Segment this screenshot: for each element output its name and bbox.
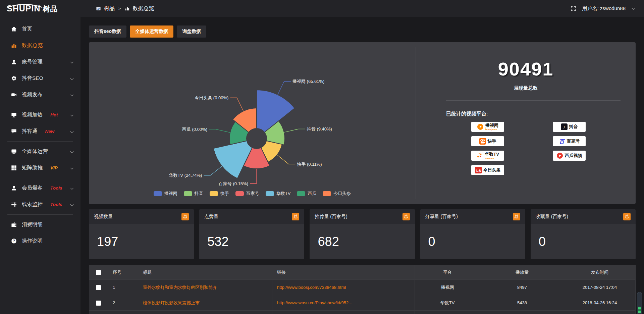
- summary-divider: [446, 100, 621, 101]
- sidebar-item-label: 矩阵助推: [22, 164, 43, 171]
- stat-card-title: 视频数量: [94, 214, 113, 220]
- sidebar-item-omnimedia-operation[interactable]: 全媒体运营: [0, 143, 80, 160]
- fullscreen-icon[interactable]: [571, 6, 576, 11]
- legend-label: 百家号: [246, 191, 259, 197]
- pie-label-line-4: [204, 166, 222, 175]
- sidebar-item-matrix-boost[interactable]: 矩阵助推VIP: [0, 160, 80, 176]
- overview-panel: 播视网 (65.61%)抖音 (9.40%)快手 (0.11%)百家号 (0.1…: [89, 42, 636, 204]
- tab-inquiry-data[interactable]: 询盘数据: [177, 25, 206, 38]
- legend-item-0[interactable]: 播视网: [154, 191, 177, 197]
- legend-item-6[interactable]: 今日头条: [323, 191, 351, 197]
- pie-label-line-3: [250, 169, 257, 184]
- legend-item-1[interactable]: 抖音: [184, 191, 203, 197]
- pie-label-line-0: [278, 82, 291, 95]
- platform-badge-douyin: ♪抖音: [553, 122, 586, 132]
- video-icon: [11, 92, 17, 98]
- question-icon: ?: [11, 238, 17, 244]
- col-header-title: 标题: [138, 265, 272, 280]
- cell-index: 2: [108, 295, 138, 311]
- pie-chart-section: 播视网 (65.61%)抖音 (9.40%)快手 (0.11%)百家号 (0.1…: [89, 42, 416, 204]
- total-badge[interactable]: 总: [292, 213, 299, 220]
- pie-label-2: 快手 (0.11%): [297, 162, 322, 167]
- total-impressions-value: 90491: [416, 60, 636, 78]
- page-scrollbar[interactable]: [637, 292, 642, 314]
- select-all-cell: [89, 265, 108, 280]
- toutiao-logo-icon: 头条: [475, 167, 482, 173]
- total-badge[interactable]: 总: [181, 213, 189, 220]
- cell-link[interactable]: http://www.boosj.com/7338468.html: [272, 280, 415, 295]
- sidebar-item-douketong[interactable]: 抖客通New: [0, 123, 80, 140]
- sidebar-item-label: 抖客通: [22, 128, 38, 135]
- legend-label: 播视网: [164, 191, 177, 197]
- legend-item-2[interactable]: 快手: [210, 191, 229, 197]
- pie-label-0: 播视网 (65.61%): [292, 79, 324, 84]
- col-header-index: 序号: [108, 265, 138, 280]
- breadcrumb-root[interactable]: 树品: [104, 5, 115, 12]
- svg-text:百: 百: [559, 139, 566, 144]
- stat-card-value: 197: [89, 224, 194, 259]
- legend-label: 抖音: [195, 191, 203, 197]
- sidebar-item-data-overview[interactable]: 数据总览: [0, 37, 80, 54]
- sidebar-badge-new: New: [45, 129, 55, 134]
- tab-bar: 抖音seo数据全媒体运营数据询盘数据: [89, 25, 636, 38]
- sidebar-item-lead-monitoring[interactable]: 线索监控Tools: [0, 196, 80, 213]
- pie-slice-4[interactable]: [213, 141, 252, 178]
- total-badge[interactable]: 总: [513, 213, 520, 220]
- username-label[interactable]: 用户名: zswodun88: [582, 5, 626, 12]
- sidebar-item-douyin-seo[interactable]: 抖音SEO: [0, 70, 80, 87]
- svg-text:♪: ♪: [563, 124, 565, 129]
- table-row: 1室外水纹灯和室内水纹灯的区别和简介http://www.boosj.com/7…: [89, 280, 636, 295]
- cell-title[interactable]: 室外水纹灯和室内水纹灯的区别和简介: [138, 280, 272, 295]
- legend-label: 今日头条: [333, 191, 351, 197]
- topbar: SHUPIN 树品 树品 > 数据总览 用户名: zswodun88: [0, 0, 644, 17]
- sidebar-item-account-management[interactable]: 账号管理: [0, 54, 80, 70]
- pie-label-4: 华数TV (24.74%): [169, 173, 202, 178]
- cell-platform: 播视网: [415, 280, 480, 295]
- stat-card-header: 视频数量总: [89, 209, 194, 224]
- sidebar-item-operation-guide[interactable]: ?操作说明: [0, 233, 80, 249]
- stat-card-like-count: 点赞量总532: [199, 209, 304, 259]
- sidebar-item-member-marketing[interactable]: 会员爆客Tools: [0, 180, 80, 196]
- sidebar-item-video-publish[interactable]: 视频发布: [0, 87, 80, 103]
- platform-badge-baijiahao: 百百家号: [553, 136, 586, 146]
- legend-swatch: [323, 191, 331, 196]
- cell-plays: 8497: [480, 280, 564, 295]
- col-header-plays: 播放量: [480, 265, 564, 280]
- cell-title[interactable]: 楼体投影灯投影效果震撼上市: [138, 295, 272, 311]
- boosj-logo-icon: [477, 123, 484, 130]
- videos-table: 序号标题链接平台播放量发布时间1室外水纹灯和室内水纹灯的区别和简介http://…: [89, 265, 636, 314]
- platform-name: 快手: [488, 139, 496, 144]
- legend-swatch: [297, 191, 305, 196]
- cell-plays: 5438: [480, 295, 564, 311]
- total-badge[interactable]: 总: [623, 213, 631, 220]
- legend-swatch: [154, 191, 162, 196]
- legend-label: 快手: [220, 191, 229, 197]
- chat-icon: [11, 128, 17, 134]
- chevron-down-icon: [70, 187, 74, 190]
- legend-item-5[interactable]: 西瓜: [297, 191, 316, 197]
- sidebar-item-home[interactable]: 首页: [0, 21, 80, 37]
- pie-label-line-5: [209, 129, 230, 133]
- row-checkbox[interactable]: [96, 285, 101, 290]
- stat-card-video-count: 视频数量总197: [89, 209, 194, 259]
- legend-item-4[interactable]: 华数TV: [266, 191, 291, 197]
- sidebar-item-label: 视频加热: [22, 111, 43, 118]
- sidebar-item-video-heating[interactable]: 视频加热Hot: [0, 107, 80, 123]
- chevron-down-icon: [70, 113, 74, 117]
- platform-badge-wasu: 华数TVwasu.cn: [471, 151, 504, 161]
- wallet-icon: [11, 222, 17, 227]
- sidebar-item-consumption-details[interactable]: 消费明细: [0, 216, 80, 233]
- scrollbar-thumb[interactable]: [638, 307, 641, 313]
- col-header-published: 发布时间: [564, 265, 636, 280]
- tab-omnimedia-operation-data[interactable]: 全媒体运营数据: [130, 25, 173, 38]
- stat-card-value: 0: [420, 224, 525, 259]
- total-badge[interactable]: 总: [402, 213, 410, 220]
- col-header-platform: 平台: [415, 265, 480, 280]
- select-all-checkbox[interactable]: [96, 270, 101, 275]
- tab-douyin-seo-data[interactable]: 抖音seo数据: [89, 25, 126, 38]
- chevron-down-icon[interactable]: [632, 6, 635, 10]
- legend-item-3[interactable]: 百家号: [235, 191, 259, 197]
- cell-platform: 华数TV: [415, 295, 480, 311]
- row-checkbox[interactable]: [96, 301, 101, 306]
- cell-link[interactable]: http://www.wasu.cn/Play/show/id/952...: [272, 295, 415, 311]
